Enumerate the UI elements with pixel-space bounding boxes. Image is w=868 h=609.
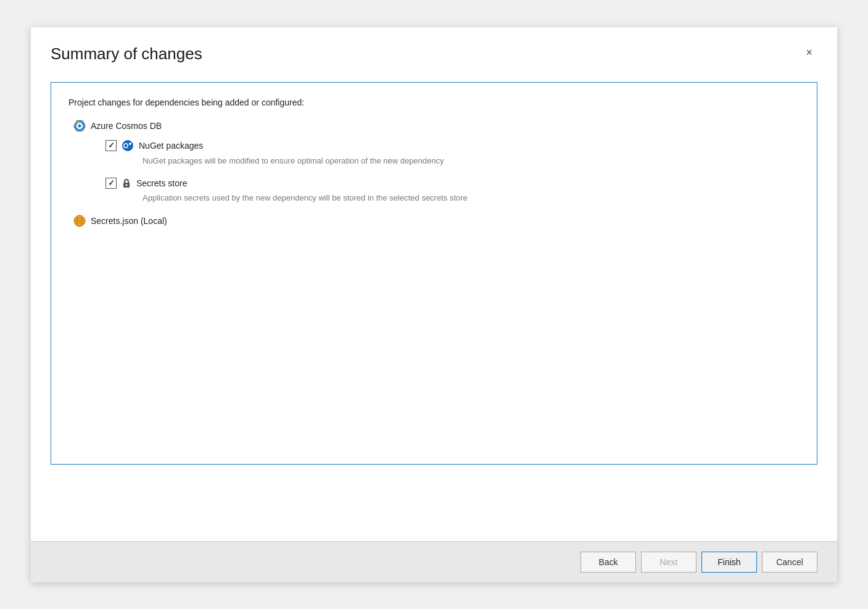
svg-point-10 xyxy=(126,184,128,186)
nuget-packages-item: ✓ NuGet packages NuGet packages w xyxy=(105,139,800,167)
nuget-icon xyxy=(122,139,134,152)
nuget-packages-description: NuGet packages will be modified to ensur… xyxy=(143,155,800,167)
nuget-packages-label: NuGet packages xyxy=(139,141,203,151)
content-box: Project changes for dependencies being a… xyxy=(51,82,817,465)
nuget-checkbox-check: ✓ xyxy=(108,141,115,149)
svg-point-3 xyxy=(78,124,81,127)
secrets-checkbox-check: ✓ xyxy=(108,179,115,187)
next-button[interactable]: Next xyxy=(641,552,696,573)
summary-of-changes-dialog: Summary of changes × Project changes for… xyxy=(31,27,837,582)
dialog-content: Project changes for dependencies being a… xyxy=(31,76,837,541)
sub-items: ✓ NuGet packages NuGet packages w xyxy=(105,139,800,204)
cosmos-db-icon xyxy=(73,120,86,132)
secrets-json-icon xyxy=(73,215,86,227)
dialog-footer: Back Next Finish Cancel xyxy=(31,541,837,582)
svg-point-7 xyxy=(125,144,128,147)
dialog-title: Summary of changes xyxy=(51,44,202,64)
secrets-store-description: Application secrets used by the new depe… xyxy=(143,193,800,204)
secrets-store-label: Secrets store xyxy=(136,178,187,188)
azure-cosmos-db-label: Azure Cosmos DB xyxy=(91,121,162,131)
description-text: Project changes for dependencies being a… xyxy=(68,97,800,107)
secrets-store-header: ✓ Secrets store xyxy=(105,178,800,189)
secrets-store-checkbox[interactable]: ✓ xyxy=(105,178,117,189)
finish-button[interactable]: Finish xyxy=(701,552,757,573)
dialog-header: Summary of changes × xyxy=(31,27,837,76)
svg-point-8 xyxy=(129,143,131,145)
secrets-json-label: Secrets.json (Local) xyxy=(91,216,167,226)
nuget-packages-header: ✓ NuGet packages xyxy=(105,139,800,152)
secrets-json-group: Secrets.json (Local) xyxy=(68,215,800,227)
azure-cosmos-db-header: Azure Cosmos DB xyxy=(73,120,800,132)
back-button[interactable]: Back xyxy=(581,552,636,573)
lock-icon xyxy=(122,178,131,188)
nuget-packages-checkbox[interactable]: ✓ xyxy=(105,140,117,151)
close-button[interactable]: × xyxy=(801,44,817,60)
azure-cosmos-db-group: Azure Cosmos DB ✓ xyxy=(68,120,800,204)
secrets-store-item: ✓ Secrets store Application secrets used… xyxy=(105,178,800,204)
cancel-button[interactable]: Cancel xyxy=(762,552,817,573)
secrets-json-header: Secrets.json (Local) xyxy=(73,215,800,227)
